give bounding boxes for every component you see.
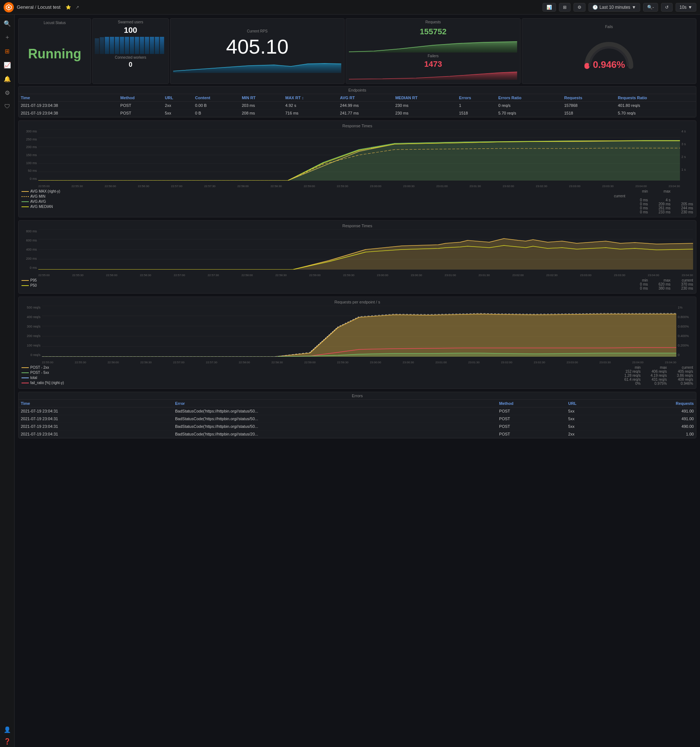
rpe-y-axis: 500 req/s400 req/s300 req/s200 req/s100 …: [21, 305, 42, 357]
endpoints-tbody: 2021-07-19 23:04:38 POST 2xx 0.00 B 203 …: [19, 102, 696, 117]
cell-avg-rt: 241.77 ms: [338, 109, 394, 117]
rps-card: Current RPS 405.10: [170, 18, 344, 84]
err-cell-url: 2xx: [566, 430, 613, 438]
sidebar-icon-chart[interactable]: 📈: [2, 59, 13, 71]
col-avg-rt[interactable]: AVG RT: [338, 94, 394, 102]
cell-url: 2xx: [163, 102, 193, 109]
app-logo: [4, 2, 14, 12]
svg-rect-10: [135, 37, 139, 54]
rt1-x-axis: 22:55:0022:55:3022:56:0022:56:3022:57:00…: [38, 184, 680, 188]
cell-time: 2021-07-19 23:04:38: [19, 109, 118, 117]
cell-errors-ratio: 0 req/s: [496, 102, 562, 109]
legend-post-5xx: POST - 5xx: [21, 370, 64, 375]
svg-rect-15: [160, 37, 164, 54]
rt1-y-axis-right: 4 s3 s2 s1 s: [680, 130, 693, 180]
legend-avg-max: AVG MAX (right-y): [21, 189, 60, 193]
legend-fail-ratio: fail_ratio [%] (right-y): [21, 381, 64, 385]
svg-marker-32: [38, 239, 693, 269]
col-median-rt[interactable]: MEDIAN RT: [393, 94, 457, 102]
sidebar-icon-search[interactable]: 🔍: [2, 18, 13, 29]
locust-status-title: Locust Status: [21, 21, 88, 25]
failers-title: Failers: [349, 54, 517, 58]
list-item: 2021-07-19 23:04:31 BadStatusCode('https…: [19, 430, 696, 438]
svg-rect-3: [100, 37, 104, 54]
chart-toggle-btn[interactable]: 📊: [543, 3, 556, 12]
err-col-error[interactable]: Error: [173, 400, 497, 407]
endpoints-title: Endpoints: [19, 86, 696, 94]
main-layout: 🔍 ＋ ⊞ 📈 🔔 ⚙ 🛡 👤 ❓ Locust Status Running …: [0, 15, 700, 747]
fails-card: Fails 0.946%: [522, 18, 696, 84]
col-content[interactable]: Content: [193, 94, 240, 102]
sidebar-icon-add[interactable]: ＋: [2, 31, 13, 43]
err-col-method[interactable]: Method: [497, 400, 566, 407]
sidebar-icon-gear[interactable]: ⚙: [2, 87, 13, 98]
err-cell-error: BadStatusCode('https://httpbin.org//stat…: [173, 430, 497, 438]
zoom-out-btn[interactable]: 🔍-: [643, 3, 658, 12]
response-times-2-section: Response Times 800 ms600 ms400 ms200 ms0…: [18, 220, 696, 293]
gauge-value: 0.946%: [593, 59, 625, 70]
svg-rect-13: [150, 37, 154, 54]
col-method[interactable]: Method: [118, 94, 163, 102]
col-time[interactable]: Time: [19, 94, 118, 102]
table-row: 2021-07-19 23:04:38 POST 2xx 0.00 B 203 …: [19, 102, 696, 109]
rpe-y-axis-right: 1%0.800%0.600%0.400%0.200%0: [676, 305, 693, 357]
main-content: Locust Status Running Swarmed users 100: [15, 15, 700, 747]
svg-rect-9: [130, 37, 134, 54]
rps-value: 405.10: [226, 35, 288, 58]
sidebar-icon-shield[interactable]: 🛡: [2, 101, 13, 112]
err-cell-time: 2021-07-19 23:04:31: [19, 423, 173, 430]
time-range-btn[interactable]: 🕐 Last 10 minutes ▼: [588, 3, 640, 12]
settings-btn[interactable]: ⚙: [573, 3, 585, 12]
endpoints-thead: Time Method URL Content MIN RT MAX RT ↕ …: [19, 94, 696, 102]
col-max-rt[interactable]: MAX RT ↕: [283, 94, 338, 102]
col-errors[interactable]: Errors: [457, 94, 496, 102]
legend-avg-median: AVG MEDIAN: [21, 205, 60, 209]
cell-min-rt: 203 ms: [240, 102, 283, 109]
err-cell-method: POST: [497, 407, 566, 415]
svg-rect-4: [105, 37, 109, 54]
legend-p50: P50: [21, 283, 37, 287]
col-min-rt[interactable]: MIN RT: [240, 94, 283, 102]
sidebar-icon-avatar[interactable]: 👤: [2, 724, 13, 735]
col-errors-ratio[interactable]: Errors Ratio: [496, 94, 562, 102]
rt1-chart-area: [38, 130, 680, 180]
sidebar-icon-help[interactable]: ❓: [2, 735, 13, 747]
sidebar-icon-bell[interactable]: 🔔: [2, 73, 13, 85]
failers-value: 1473: [349, 59, 517, 69]
cell-content: 0 B: [193, 109, 240, 117]
err-col-time[interactable]: Time: [19, 400, 173, 407]
rt1-y-axis: 300 ms250 ms200 ms150 ms100 ms50 ms0 ms: [21, 130, 38, 180]
err-cell-url: 5xx: [566, 415, 613, 423]
cell-content: 0.00 B: [193, 102, 240, 109]
table-toggle-btn[interactable]: ⊞: [559, 3, 570, 12]
response-times-2-title: Response Times: [21, 224, 693, 228]
svg-marker-39: [42, 314, 676, 357]
legend-post-2xx: POST - 2xx: [21, 366, 64, 369]
col-url[interactable]: URL: [163, 94, 193, 102]
rpe-legend: POST - 2xx POST - 5xx total fail_ratio […: [21, 366, 64, 386]
requests-card: Requests 155752 Failers 1473: [345, 18, 520, 84]
refresh-btn[interactable]: ↺: [661, 3, 673, 12]
svg-rect-7: [120, 37, 124, 54]
requests-title: Requests: [349, 20, 517, 24]
col-requests-ratio[interactable]: Requests Ratio: [616, 94, 696, 102]
err-cell-requests: 1.00: [613, 430, 696, 438]
err-col-requests[interactable]: Requests: [613, 400, 696, 407]
svg-marker-26: [38, 141, 680, 180]
response-times-1-section: Response Times 300 ms250 ms200 ms150 ms1…: [18, 120, 696, 218]
sidebar-icon-grid[interactable]: ⊞: [2, 45, 13, 57]
err-col-url[interactable]: URL: [566, 400, 613, 407]
cell-requests: 1518: [562, 109, 616, 117]
cell-method: POST: [118, 102, 163, 109]
legend-total: total: [21, 376, 64, 380]
failers-sparkline: [349, 69, 517, 80]
list-item: 2021-07-19 23:04:31 BadStatusCode('https…: [19, 423, 696, 430]
interval-btn[interactable]: 10s ▼: [676, 3, 696, 12]
err-cell-error: BadStatusCode('https://httpbin.org//stat…: [173, 415, 497, 423]
response-times-1-title: Response Times: [21, 124, 693, 128]
col-requests[interactable]: Requests: [562, 94, 616, 102]
errors-section: Errors Time Error Method URL Requests 20…: [18, 392, 696, 439]
endpoints-table: Time Method URL Content MIN RT MAX RT ↕ …: [19, 94, 696, 117]
err-cell-time: 2021-07-19 23:04:31: [19, 430, 173, 438]
rt1-legend-area: AVG MAX (right-y) AVG MIN AVG AVG AVG ME…: [21, 189, 693, 214]
